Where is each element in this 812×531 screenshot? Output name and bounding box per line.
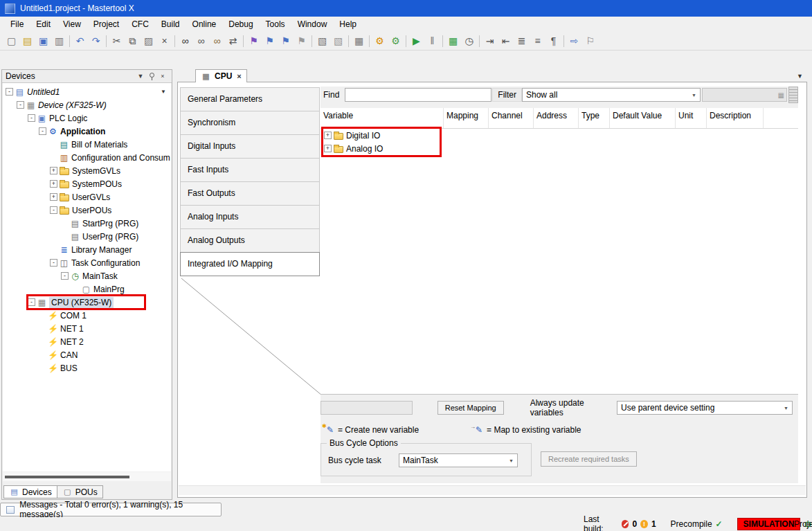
category-tab-analog-outputs[interactable]: Analog Outputs [180, 228, 320, 253]
tree-item-bill-of-materials[interactable]: ▤Bill of Materials [3, 138, 171, 151]
find-icon[interactable]: ∞ [177, 33, 193, 48]
add-fb-button[interactable]: ▦ [702, 88, 787, 102]
tree-item-plc-logic[interactable]: -▣PLC Logic [3, 111, 171, 125]
blank-button[interactable] [321, 401, 413, 415]
tree-item-net-2[interactable]: ⚡NET 2 [3, 335, 171, 348]
grid-icon[interactable]: ▦ [351, 33, 367, 48]
go-to-icon[interactable]: ⇨ [566, 33, 582, 48]
redo-icon[interactable]: ↷ [88, 33, 104, 48]
expand-icon[interactable]: + [324, 145, 332, 152]
compile-icon[interactable]: ▦ [445, 33, 461, 48]
menu-item-build[interactable]: Build [155, 17, 186, 31]
editor-horizontal-scrollbar[interactable] [179, 485, 806, 495]
collapse-icon[interactable]: - [50, 206, 57, 214]
tree-item-mainprg[interactable]: ▢MainPrg [3, 282, 171, 296]
menu-item-online[interactable]: Online [186, 17, 223, 31]
expand-icon[interactable]: + [50, 193, 57, 201]
run-icon[interactable]: ▶ [408, 33, 424, 48]
column-header-type[interactable]: Type [579, 108, 610, 128]
previous-bookmark-icon[interactable]: ⚑ [262, 33, 278, 48]
reset-mapping-button[interactable]: Reset Mapping [437, 401, 504, 415]
tree-item-untitled1[interactable]: -▤Untitled1▼ [3, 85, 171, 98]
category-tab-analog-inputs[interactable]: Analog Inputs [180, 205, 320, 229]
collapse-icon[interactable]: - [50, 259, 57, 267]
close-icon[interactable]: × [157, 71, 168, 82]
menu-item-project[interactable]: Project [87, 17, 125, 31]
find-next-icon[interactable]: ∞ [193, 33, 209, 48]
column-header-default-value[interactable]: Default Value [610, 108, 676, 128]
tree-item-library-manager[interactable]: ≣Library Manager [3, 243, 171, 256]
scrollbar-thumb[interactable] [5, 476, 129, 478]
cut-icon[interactable]: ✂ [109, 33, 125, 48]
filter-select[interactable]: Show all ▼ [522, 88, 701, 102]
panel-menu-icon[interactable]: ▼ [135, 71, 146, 82]
column-header-variable[interactable]: Variable [321, 108, 444, 128]
menu-item-cfc[interactable]: CFC [125, 17, 155, 31]
expand-icon[interactable]: + [324, 132, 332, 139]
save-icon[interactable]: ▣ [35, 33, 51, 48]
tree-item-userprg-prg[interactable]: ▤UserPrg (PRG) [3, 230, 171, 243]
tree-item-usergvls[interactable]: +UserGVLs [3, 190, 171, 204]
format-icon[interactable]: ¶ [545, 33, 561, 48]
menu-item-window[interactable]: Window [291, 17, 334, 31]
collapse-icon[interactable]: - [28, 114, 35, 122]
category-tab-synchronism[interactable]: Synchronism [180, 111, 320, 135]
pause-icon[interactable]: ‖ [424, 33, 440, 48]
tree-item-maintask[interactable]: -◷MainTask [3, 269, 171, 282]
expand-icon[interactable]: + [50, 180, 57, 188]
replace-icon[interactable]: ⇄ [225, 33, 241, 48]
tree-item-task-configuration[interactable]: -◫Task Configuration [3, 256, 171, 269]
flag-icon[interactable]: ⚐ [582, 33, 598, 48]
column-header-mapping[interactable]: Mapping [444, 108, 489, 128]
tree-item-systemgvls[interactable]: +SystemGVLs [3, 164, 171, 177]
search-in-project-icon[interactable]: ∞ [209, 33, 225, 48]
print-icon[interactable]: ▥ [51, 33, 67, 48]
tree-item-cpu-xf325-w[interactable]: -▦CPU (XF325-W) [3, 296, 171, 309]
collapse-icon[interactable]: - [61, 272, 69, 280]
bus-cycle-task-select[interactable]: MainTask ▼ [399, 453, 518, 467]
copy-format-icon[interactable]: ▧ [314, 33, 330, 48]
unindent-icon[interactable]: ⇤ [498, 33, 514, 48]
recreate-required-tasks-button[interactable]: Recreate required tasks [541, 451, 637, 467]
find-input[interactable] [345, 88, 491, 102]
menu-item-help[interactable]: Help [333, 17, 363, 31]
tree-item-application[interactable]: -⚙Application [3, 125, 171, 138]
tree-item-com-1[interactable]: ⚡COM 1 [3, 309, 171, 322]
tab-cpu[interactable]: ▦ CPU × [195, 69, 247, 82]
comment-icon[interactable]: ≣ [514, 33, 530, 48]
toggle-bookmark-icon[interactable]: ⚑ [246, 33, 262, 48]
menu-item-file[interactable]: File [4, 17, 30, 31]
collapse-icon[interactable]: - [28, 298, 35, 306]
column-header-unit[interactable]: Unit [676, 108, 707, 128]
generate-code-icon[interactable]: ⚙ [388, 33, 404, 48]
column-header-channel[interactable]: Channel [489, 108, 534, 128]
copy-icon[interactable]: ⧉ [125, 33, 141, 48]
paste-icon[interactable]: ▨ [141, 33, 156, 48]
panel-tab-pous[interactable]: ▢POUs [57, 485, 103, 498]
tree-item-userpous[interactable]: -UserPOUs [3, 204, 171, 217]
next-bookmark-icon[interactable]: ⚑ [278, 33, 294, 48]
collapse-icon[interactable]: - [17, 101, 24, 109]
category-tab-general-parameters[interactable]: General Parameters [180, 87, 320, 111]
tree-item-startprg-prg[interactable]: ▤StartPrg (PRG) [3, 217, 171, 230]
column-header-address[interactable]: Address [534, 108, 579, 128]
menu-item-tools[interactable]: Tools [260, 17, 291, 31]
tab-list-dropdown-icon[interactable]: ▼ [797, 73, 803, 80]
expand-icon[interactable]: + [50, 167, 57, 174]
menu-item-debug[interactable]: Debug [222, 17, 259, 31]
tree-item-configuration-and-consum[interactable]: ▥Configuration and Consum [3, 151, 171, 164]
collapse-icon[interactable]: - [39, 127, 46, 135]
clock-icon[interactable]: ◷ [461, 33, 477, 48]
undo-icon[interactable]: ↶ [72, 33, 88, 48]
messages-bar[interactable]: Messages - Total 0 error(s), 1 warning(s… [0, 503, 222, 516]
build-gear-icon[interactable]: ⚙ [372, 33, 388, 48]
category-tab-fast-outputs[interactable]: Fast Outputs [180, 181, 320, 206]
indent-icon[interactable]: ⇥ [482, 33, 498, 48]
menu-item-edit[interactable]: Edit [30, 17, 57, 31]
always-update-select[interactable]: Use parent device setting ▼ [617, 401, 793, 415]
application-dropdown-icon[interactable]: ▼ [161, 89, 166, 95]
paste-format-icon[interactable]: ▧ [330, 33, 346, 48]
column-header-description[interactable]: Description [707, 108, 764, 128]
close-tab-icon[interactable]: × [237, 72, 241, 80]
open-project-icon[interactable]: ▤ [19, 33, 35, 48]
